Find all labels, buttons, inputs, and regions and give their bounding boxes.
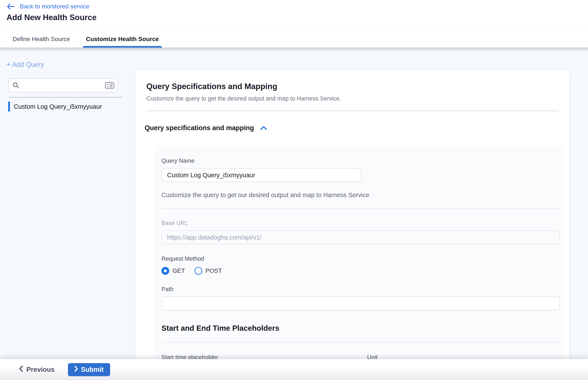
tab-underline (83, 46, 162, 48)
query-sidebar: + Add Query Custom Log Query_i5xmyyuaur (0, 48, 135, 380)
tab-customize-health-source[interactable]: Customize Health Source (85, 31, 160, 48)
back-link-label: Back to monitored service (20, 3, 89, 10)
tab-label: Define Health Source (13, 36, 70, 43)
base-url-input[interactable] (161, 230, 560, 244)
card-title: Query Specifications and Mapping (146, 82, 559, 91)
search-input[interactable] (8, 78, 118, 92)
query-search (8, 78, 118, 92)
selected-indicator-bar (8, 102, 10, 112)
section-header: Query specifications and mapping (135, 111, 570, 132)
section-title: Query specifications and mapping (145, 124, 254, 132)
add-new-health-source-page: { "header": { "back_link": "Back to moni… (0, 0, 588, 380)
radio-option-post[interactable]: POST (194, 267, 222, 275)
add-query-label: Add Query (12, 61, 44, 69)
card-view-icon[interactable] (105, 81, 114, 89)
page-title: Add New Health Source (6, 13, 97, 22)
request-method-label: Request Method (161, 255, 560, 262)
wizard-footer: Previous Submit (0, 359, 588, 380)
form-divider (161, 342, 560, 342)
path-input[interactable] (161, 297, 560, 310)
base-url-label: Base URL (161, 220, 560, 227)
add-query-button[interactable]: + Add Query (6, 60, 44, 69)
card-header: Query Specifications and Mapping Customi… (135, 70, 570, 111)
query-name-input[interactable] (161, 168, 362, 182)
radio-selected-icon (161, 267, 169, 275)
collapse-section-button[interactable] (260, 126, 267, 130)
time-placeholders-heading: Start and End Time Placeholders (161, 324, 560, 332)
previous-button-label: Previous (26, 366, 55, 374)
chevron-up-icon (260, 128, 267, 131)
tab-label: Customize Health Source (86, 36, 159, 43)
plus-icon: + (6, 60, 11, 69)
card-subtitle: Customize the query to get the desired o… (146, 95, 559, 102)
query-list: Custom Log Query_i5xmyyuaur (0, 101, 135, 112)
query-mapping-card: Query Specifications and Mapping Customi… (135, 70, 570, 380)
query-item-label: Custom Log Query_i5xmyyuaur (14, 103, 102, 110)
radio-get-label: GET (173, 267, 185, 274)
search-icon (13, 82, 19, 89)
request-method-radio-group: GET POST (161, 267, 560, 275)
query-form-panel: Query Name Customize the query to get ou… (154, 146, 563, 380)
content-area: + Add Query Custom Log Query_i5xmyyuaur … (0, 48, 588, 380)
submit-button-label: Submit (81, 366, 104, 374)
path-label: Path (161, 286, 560, 293)
arrow-left-icon (6, 3, 15, 10)
query-name-label: Query Name (161, 158, 560, 164)
query-name-helper-text: Customize the query to get our desired o… (161, 191, 560, 199)
radio-option-get[interactable]: GET (161, 267, 185, 275)
radio-post-label: POST (206, 267, 222, 274)
page-header: Back to monitored service Add New Health… (0, 0, 588, 30)
previous-button[interactable]: Previous (19, 365, 55, 374)
tab-define-health-source[interactable]: Define Health Source (12, 31, 71, 48)
chevron-right-icon (74, 366, 78, 374)
chevron-left-icon (19, 365, 23, 374)
tab-bar: Define Health Source Customize Health So… (0, 30, 588, 48)
form-divider (161, 208, 560, 209)
submit-button[interactable]: Submit (68, 363, 110, 376)
back-to-monitored-service-link[interactable]: Back to monitored service (6, 3, 89, 10)
radio-unselected-icon (194, 267, 202, 275)
sidebar-divider (8, 97, 123, 97)
query-list-item-selected[interactable]: Custom Log Query_i5xmyyuaur (8, 101, 135, 112)
